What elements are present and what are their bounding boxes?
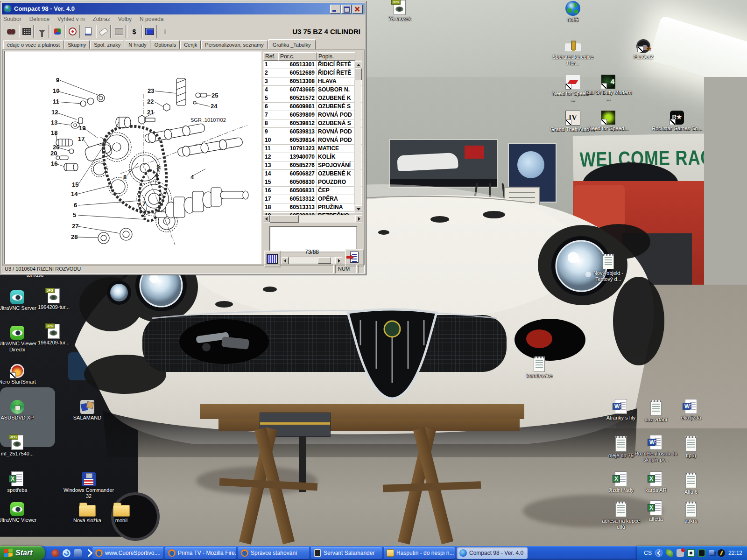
task-button[interactable]: Compact 98 - Ver. 4.0 — [457, 547, 528, 559]
column-header-porc[interactable]: Por.c. — [278, 52, 317, 61]
desktop-icon-cod4[interactable]: 4 Call Of Duty Modern ... — [583, 74, 634, 102]
table-row[interactable]: 11 10791323 MATICE — [263, 145, 362, 153]
column-header-ref[interactable]: Ref. — [263, 52, 278, 61]
table-row[interactable]: 9 60539813 ROVNÁ POD — [263, 128, 362, 136]
table-row[interactable]: 1 60513301 ŘIDICÍ ŘETĚ — [263, 61, 362, 69]
task-button[interactable]: www.CuoreSportivo.... — [92, 547, 163, 559]
desktop-icon-komarovice[interactable]: komárovice — [518, 355, 560, 379]
scroll-thumb[interactable] — [270, 215, 299, 223]
desktop-icon-jpg[interactable]: JPG 1964209-tur... — [33, 324, 75, 346]
table-row[interactable]: 18 60513313 PRUŽINA — [263, 203, 362, 212]
start-button[interactable]: Start — [0, 546, 45, 560]
column-header-popis[interactable]: Popis. — [317, 52, 355, 61]
tab[interactable]: N hrady — [125, 40, 150, 49]
print-button[interactable] — [112, 25, 126, 38]
antivirus-icon[interactable] — [666, 549, 673, 557]
desktop-icon-spotreba[interactable]: X spotřeba — [0, 471, 38, 493]
desktop-icon-tfpu[interactable]: tfpú) — [670, 435, 712, 459]
desktop-icon-mobil[interactable]: mobil — [100, 501, 142, 524]
internet-explorer-icon[interactable] — [63, 549, 70, 557]
table-horizontal-scrollbar[interactable] — [263, 215, 362, 223]
info-button[interactable]: i — [158, 25, 172, 38]
scroll-right-button[interactable] — [355, 215, 362, 222]
table-row[interactable]: 14 60506827 OZUBENÉ K — [263, 170, 362, 178]
vnc-server-icon[interactable] — [687, 549, 695, 557]
task-button[interactable]: Servant Salamander — [311, 547, 382, 559]
page-track[interactable] — [289, 257, 335, 264]
image-button[interactable] — [142, 25, 157, 38]
table-row[interactable]: 8 60539812 OZUBENÁ S — [263, 119, 362, 128]
document-button[interactable] — [81, 25, 95, 38]
price-button[interactable]: $ — [127, 25, 141, 38]
clock[interactable]: 22:12 — [728, 550, 742, 556]
desktop-icon-wincmd[interactable]: Windows Commander 32 — [63, 471, 114, 499]
tab[interactable]: Cenjk — [180, 40, 201, 49]
menu-item[interactable]: Volby — [118, 16, 132, 23]
task-button[interactable]: Rasputin - do nespi n... — [384, 547, 455, 559]
desktop-icon-ric95[interactable]: ric95 — [552, 1, 594, 23]
desktop-icon-asusdvd[interactable]: ASUSDVD XP — [0, 399, 38, 421]
tray-collapse-chevron[interactable] — [655, 549, 662, 557]
close-button[interactable] — [352, 5, 363, 14]
target-button[interactable] — [65, 25, 80, 38]
table-row[interactable]: 15 60506830 POUZDRO — [263, 178, 362, 187]
scroll-down-button[interactable] — [354, 205, 361, 212]
menu-item[interactable]: Definice — [29, 16, 49, 23]
minimize-button[interactable] — [330, 5, 340, 14]
menu-item[interactable]: Soubor — [3, 16, 21, 23]
table-row[interactable]: 13 60585276 SPOJOVÁNÍ — [263, 161, 362, 170]
power-icon[interactable] — [718, 549, 725, 557]
desktop-icon-nero[interactable]: Nero StartSmart — [0, 363, 38, 385]
maximize-button[interactable] — [341, 5, 352, 14]
task-button[interactable]: Správce stahování — [238, 547, 309, 559]
desktop-icon-76-mozek[interactable]: JPG 76-mozek — [379, 0, 421, 22]
quicklaunch-app-icon[interactable] — [74, 549, 82, 557]
desktop-icon-salamand[interactable]: SALAMAND — [66, 399, 108, 421]
menu-item[interactable]: Vyhled v ni — [57, 16, 85, 23]
desktop-icon-jpg[interactable]: JPG 1964209-tur... — [33, 288, 75, 310]
diagram-panel[interactable]: 9 10 11 12 13 18 26 20 16 19 17 15 14 6 … — [4, 51, 261, 264]
table-row[interactable]: 10 60539814 ROVNÁ POD — [263, 136, 362, 145]
table-row[interactable]: 2 60512689 ŘIDICÍ ŘETĚ — [263, 69, 362, 77]
next-page-button[interactable] — [335, 257, 342, 264]
table-row[interactable]: 16 60506831 ČEP — [263, 187, 362, 195]
task-button[interactable]: Prima TV - Mozilla Fire... — [165, 547, 236, 559]
scroll-thumb[interactable] — [354, 68, 362, 80]
menu-item[interactable]: N poveda — [140, 16, 163, 23]
tab[interactable]: Optionals — [151, 40, 180, 49]
table-row[interactable]: 17 60513312 OPĚRA — [263, 195, 362, 203]
desktop-icon-aukro[interactable]: aukro — [670, 500, 712, 524]
desktop-icon-rockstar[interactable]: R★ Rockstar Games So... — [651, 110, 703, 132]
vnc-viewer-icon[interactable] — [698, 549, 705, 557]
export-button[interactable] — [345, 249, 364, 266]
filter-button[interactable] — [35, 25, 49, 38]
desktop-icon-novy-objekt[interactable]: Nový objekt - Textový d... — [587, 252, 629, 282]
binoculars-button[interactable] — [4, 25, 18, 38]
grid-button[interactable] — [19, 25, 34, 38]
desktop-icon-alfa6[interactable]: Alfa 6 — [670, 471, 712, 495]
cycle-arrows-button[interactable] — [50, 25, 64, 38]
table-row[interactable]: 3 60513308 HLAVA — [263, 77, 362, 86]
table-row[interactable]: 6 60609861 OZUBENÉ S — [263, 103, 362, 111]
desktop-icon-nfs-green[interactable]: Need for Speed... — [587, 110, 629, 132]
table-row[interactable]: 5 60521572 OZUBENÉ K — [263, 94, 362, 103]
scroll-up-button[interactable] — [354, 61, 361, 68]
eraser-button[interactable] — [96, 25, 111, 38]
previous-page-button[interactable] — [282, 257, 289, 264]
tab[interactable]: Skupiny — [64, 40, 90, 49]
table-row[interactable]: 12 13940070 KOLÍK — [263, 153, 362, 161]
chevron-right-icon[interactable] — [85, 549, 93, 557]
menu-item[interactable]: Zobraz — [92, 16, 110, 23]
desktop-icon-flatout2[interactable]: 02 FlatOut2 — [622, 38, 664, 60]
desktop-icon-sberatelska[interactable]: Sběratelská edice Her... — [547, 38, 599, 66]
language-indicator[interactable]: CS — [644, 550, 652, 556]
desktop-icon-eko-jizda[interactable]: W eko jizda — [670, 399, 712, 421]
quicklaunch-media-icon[interactable] — [51, 549, 59, 557]
tab[interactable]: édaje o voze a platnost — [3, 40, 63, 49]
scroll-left-button[interactable] — [263, 215, 270, 222]
table-vertical-scrollbar[interactable] — [354, 61, 361, 212]
tab[interactable]: Personalizovan, seznamy — [201, 40, 267, 49]
desktop-icon-ultravnc-viewer[interactable]: UltraVNC Viewer — [0, 501, 38, 523]
network-icon[interactable] — [709, 550, 714, 555]
tab[interactable]: Spol. znaky — [90, 40, 124, 49]
